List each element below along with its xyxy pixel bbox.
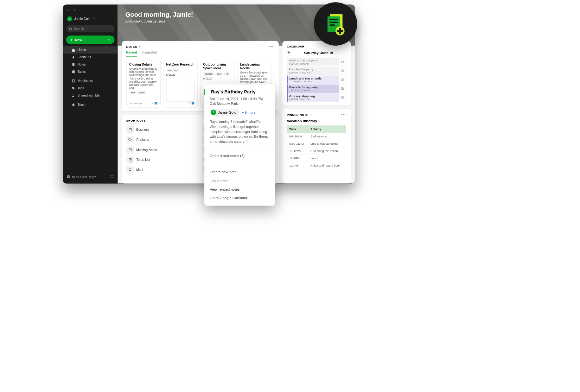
trash-icon (72, 103, 75, 107)
calendar-panel: CALENDAR Saturday, June 19 Work out at t… (282, 41, 351, 105)
star-icon: ★ (151, 102, 153, 104)
svg-point-9 (73, 94, 73, 95)
sidebar-item-label: Trash (77, 103, 85, 107)
note-card[interactable]: Closing Details Overview Everything is h… (126, 60, 161, 108)
sidebar-item-label: Tags (77, 86, 84, 90)
help-label: Need a little help? (72, 175, 96, 179)
pinned-note-panel: PINNED NOTE ••• Vacation Itinerary Time … (282, 109, 351, 183)
shortcut-item[interactable]: Meeting Notes (126, 146, 199, 154)
svg-rect-51 (329, 22, 338, 23)
note-body: Overview Everything is here to prep for … (129, 67, 157, 90)
event-action-icon[interactable] (340, 67, 346, 75)
calendar-back-button[interactable] (287, 50, 291, 55)
sidebar-item-shortcuts[interactable]: Shortcuts (63, 54, 118, 61)
shortcut-item[interactable]: Business (126, 126, 199, 133)
attendee-name: Jamie Gold (218, 110, 236, 114)
shortcut-item[interactable]: To-do List (126, 156, 199, 163)
tab-suggested[interactable]: Suggested (142, 51, 157, 57)
pinned-menu[interactable]: ••• (341, 113, 346, 117)
note-title: Outdoor Living Space Ideas (203, 63, 231, 70)
check-circle-icon (72, 70, 75, 74)
notes-title[interactable]: NOTES (126, 45, 141, 48)
search-icon (69, 27, 73, 31)
calendar-event[interactable]: Prep for the party9:30 AM - 10:00 AM (287, 66, 346, 75)
svg-point-6 (72, 70, 75, 73)
table-row: 11-12PMRun along the beach (287, 147, 346, 155)
notebook-icon (72, 79, 75, 83)
note-thumbnail (166, 78, 194, 102)
help-link[interactable]: ? Need a little help? (67, 175, 96, 179)
note-add-icon (323, 11, 348, 36)
svg-rect-7 (73, 79, 74, 82)
sidebar-item-notebooks[interactable]: Notebooks (63, 77, 118, 85)
svg-rect-13 (110, 175, 114, 178)
home-icon (72, 48, 75, 52)
event-action-icon[interactable] (340, 76, 346, 84)
note-card[interactable]: Net Zero Research Net Zero 5/18/21 ★👥 (163, 60, 197, 108)
svg-marker-4 (72, 56, 75, 59)
popover-action[interactable]: Create new note (204, 168, 275, 176)
svg-point-39 (129, 169, 131, 171)
notes-menu[interactable]: ••• (269, 45, 274, 49)
tab-recent[interactable]: Recent (126, 51, 137, 57)
chevron-down-icon (107, 38, 111, 41)
search-input[interactable] (66, 25, 114, 32)
shortcut-item[interactable]: Contacts (126, 136, 199, 143)
open-linked-notes[interactable]: Open linked notes (3) (204, 152, 275, 160)
col-activity: Activity (308, 125, 346, 133)
popover-action[interactable]: Go to Google Calendar (204, 194, 275, 202)
table-row: 1-2PMRelax and read a book (287, 162, 346, 169)
note-title: Closing Details (129, 63, 157, 66)
sidebar-item-trash[interactable]: Trash (63, 101, 118, 108)
popover-description: Ray's turning 8 (already? what!?). We're… (210, 119, 270, 144)
sidebar-item-notes[interactable]: Notes (63, 61, 118, 68)
star-icon (72, 55, 75, 59)
pinned-note-title: Vacation Itinerary (287, 119, 346, 123)
caret-right-icon (67, 56, 69, 58)
event-action-icon[interactable] (340, 85, 346, 92)
user-name-label: Jamie Gold (74, 17, 90, 21)
shortcut-item[interactable]: Maui (126, 166, 199, 174)
attendee-chip[interactable]: J Jamie Gold (210, 109, 239, 116)
event-action-icon[interactable] (340, 94, 346, 101)
calendar-event[interactable]: Lunch and run errands10:00 AM - 1:00 PM (287, 75, 346, 84)
popover-action[interactable]: View related notes (204, 185, 275, 193)
user-menu[interactable]: J Jamie Gold (63, 15, 118, 23)
caret-right-icon (67, 80, 69, 82)
calendar-event[interactable]: Ray's birthday party1:00 PM - 4:00 PM (287, 84, 346, 93)
tag-icon (72, 86, 75, 90)
calendar-event[interactable]: Grocery shopping4:00PM - 5:00 PM (287, 93, 346, 102)
keyboard-icon[interactable] (110, 175, 114, 178)
sidebar-item-home[interactable]: Home (63, 46, 118, 54)
event-popover: Ray's Birthday Party Sat, June 19, 2021,… (204, 84, 275, 205)
people-icon (72, 94, 75, 98)
caret-right-icon (67, 87, 69, 89)
sidebar-item-label: Notebooks (77, 79, 92, 83)
svg-rect-52 (329, 24, 335, 26)
shortcuts-title[interactable]: SHORTCUTS (126, 119, 146, 122)
sidebar-item-label: Home (77, 48, 86, 52)
event-action-icon[interactable] (340, 58, 346, 66)
nav-forward-icon[interactable] (73, 8, 77, 12)
sidebar-item-tags[interactable]: Tags (63, 85, 118, 92)
chevron-right-icon (138, 46, 141, 48)
shortcut-label: Maui (136, 168, 143, 172)
calendar-event[interactable]: Work out at the park7:00 AM - 8:00 AM (287, 58, 346, 66)
new-button[interactable]: New (66, 35, 114, 44)
popover-action[interactable]: Link a note (204, 176, 275, 185)
sidebar-item-shared[interactable]: Shared with Me (63, 92, 118, 99)
nav-back-icon[interactable] (67, 8, 71, 12)
avatar: J (67, 16, 72, 22)
search-icon (126, 166, 134, 174)
accent-bar (204, 89, 205, 95)
popover-datetime: Sat, June 19, 2021, 1:00 - 4:00 PM (210, 97, 270, 101)
shortcut-label: To-do List (136, 158, 150, 162)
sidebar-item-tasks[interactable]: Tasks (63, 68, 118, 75)
table-row: 12-1PMLunch (287, 155, 346, 162)
more-attendees-link[interactable]: + 9 more (242, 111, 256, 114)
shortcut-label: Business (136, 128, 149, 132)
pinned-title[interactable]: PINNED NOTE (287, 113, 312, 117)
svg-line-40 (131, 170, 131, 171)
sidebar: J Jamie Gold New Home Shortcuts (63, 4, 118, 183)
note-icon (126, 146, 134, 154)
